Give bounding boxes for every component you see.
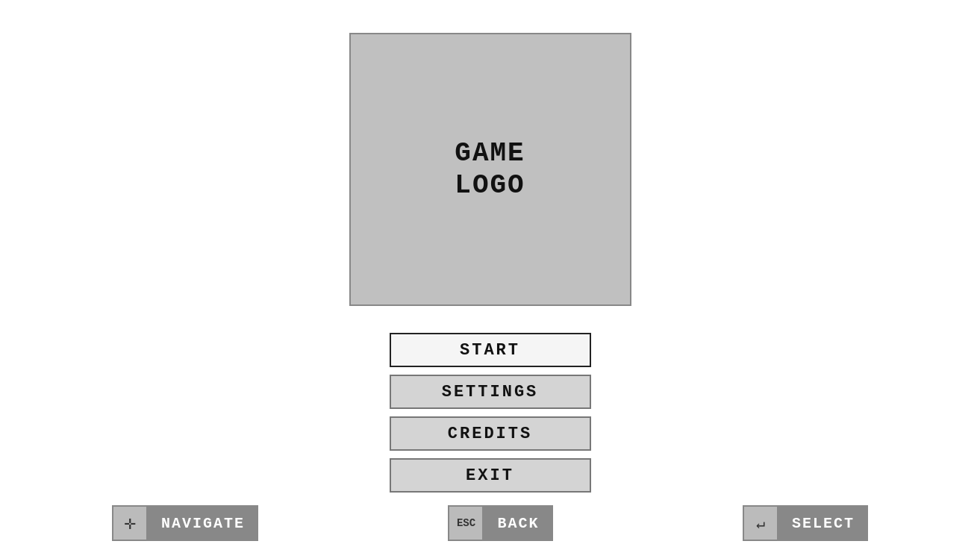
esc-icon: ESC [448,505,484,541]
bottom-bar: ✛ NAVIGATE ESC BACK ↵ SELECT [0,499,980,547]
settings-button[interactable]: SETTINGS [390,375,591,409]
back-label: BACK [484,505,552,541]
logo-line2: LOGO [455,170,525,201]
dpad-icon: ✛ [112,505,148,541]
settings-label: SETTINGS [442,383,539,401]
game-logo-box: GAME LOGO [349,33,631,306]
credits-label: CREDITS [448,425,532,443]
navigate-control: ✛ NAVIGATE [112,505,258,541]
exit-label: EXIT [466,466,514,485]
start-button[interactable]: START [390,333,591,367]
select-control: ↵ SELECT [743,505,868,541]
main-content: GAME LOGO START SETTINGS CREDITS EXIT [0,0,980,547]
select-label: SELECT [778,505,868,541]
game-logo-text: GAME LOGO [455,137,525,201]
back-control: ESC BACK [448,505,552,541]
logo-line1: GAME [455,138,525,169]
menu-container: START SETTINGS CREDITS EXIT [390,333,591,493]
enter-icon: ↵ [743,505,778,541]
exit-button[interactable]: EXIT [390,458,591,493]
credits-button[interactable]: CREDITS [390,416,591,451]
navigate-label: NAVIGATE [148,505,258,541]
start-label: START [460,341,520,360]
